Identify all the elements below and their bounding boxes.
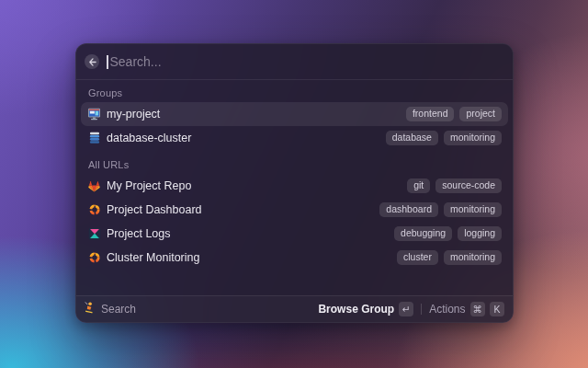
list-item[interactable]: Project Logs debugginglogging: [81, 222, 508, 246]
list-item-title: Project Dashboard: [107, 203, 202, 216]
list-item-tags: clustermonitoring: [397, 250, 502, 266]
return-key-badge: ↵: [399, 302, 413, 316]
tag: debugging: [394, 226, 452, 242]
list-item[interactable]: My Project Repo gitsource-code: [81, 174, 508, 198]
list-item[interactable]: database-cluster databasemonitoring: [81, 126, 508, 150]
footer-search-label: Search: [101, 303, 136, 316]
tag: frontend: [406, 107, 455, 122]
browse-group-label: Browse Group: [318, 303, 394, 316]
tag: monitoring: [444, 202, 502, 218]
text-cursor: [107, 55, 108, 69]
footer-divider: [421, 304, 422, 315]
search-bar: [76, 44, 513, 80]
list-item[interactable]: Project Dashboard dashboardmonitoring: [81, 198, 508, 222]
tag: logging: [458, 226, 502, 242]
tag: git: [407, 178, 430, 194]
tag: dashboard: [379, 202, 438, 218]
footer-bar: Search Browse Group ↵ Actions ⌘ K: [76, 295, 513, 322]
actions-menu-action[interactable]: Actions ⌘ K: [429, 302, 504, 316]
result-section: All URLs My Project Repo gitsource-code …: [81, 158, 508, 270]
mascot-icon: [84, 301, 95, 318]
list-item-title: my-project: [107, 108, 160, 121]
back-button[interactable]: [85, 54, 99, 69]
list-item-title: Project Logs: [107, 227, 170, 240]
list-item[interactable]: my-project frontendproject: [81, 102, 508, 126]
list-item-title: Cluster Monitoring: [107, 251, 199, 264]
section-header: Groups: [81, 86, 508, 99]
tag: project: [459, 107, 502, 122]
list-item-title: database-cluster: [107, 132, 191, 144]
result-section: Groups my-project frontendproject databa…: [81, 86, 508, 150]
launcher-window: Groups my-project frontendproject databa…: [75, 43, 514, 323]
k-key-badge: K: [490, 302, 504, 316]
list-item-tags: frontendproject: [406, 107, 502, 122]
list-item-tags: databasemonitoring: [386, 131, 502, 146]
desktop-computer-icon: [87, 108, 101, 121]
actions-label: Actions: [429, 303, 465, 316]
tag: monitoring: [444, 250, 502, 266]
tag: source-code: [435, 178, 502, 194]
tag: cluster: [397, 250, 438, 266]
search-input[interactable]: [110, 54, 503, 69]
tag: database: [386, 131, 438, 146]
list-item-tags: debugginglogging: [394, 226, 502, 242]
desktop-background: { "search": { "placeholder": "Search..."…: [0, 0, 588, 368]
list-item[interactable]: Cluster Monitoring clustermonitoring: [81, 246, 508, 270]
tag: monitoring: [444, 131, 502, 146]
command-key-badge: ⌘: [470, 302, 486, 316]
list-item-title: My Project Repo: [107, 179, 191, 192]
section-header: All URLs: [81, 158, 508, 171]
browse-group-action[interactable]: Browse Group ↵: [318, 302, 413, 316]
list-item-tags: gitsource-code: [407, 178, 502, 194]
grafana-icon: [87, 203, 101, 217]
database-icon: [87, 132, 101, 145]
kibana-icon: [87, 227, 101, 241]
gitlab-icon: [87, 179, 101, 193]
results-list: Groups my-project frontendproject databa…: [76, 80, 513, 270]
list-item-tags: dashboardmonitoring: [379, 202, 502, 218]
grafana-icon: [87, 251, 101, 265]
arrow-left-icon: [88, 58, 96, 66]
